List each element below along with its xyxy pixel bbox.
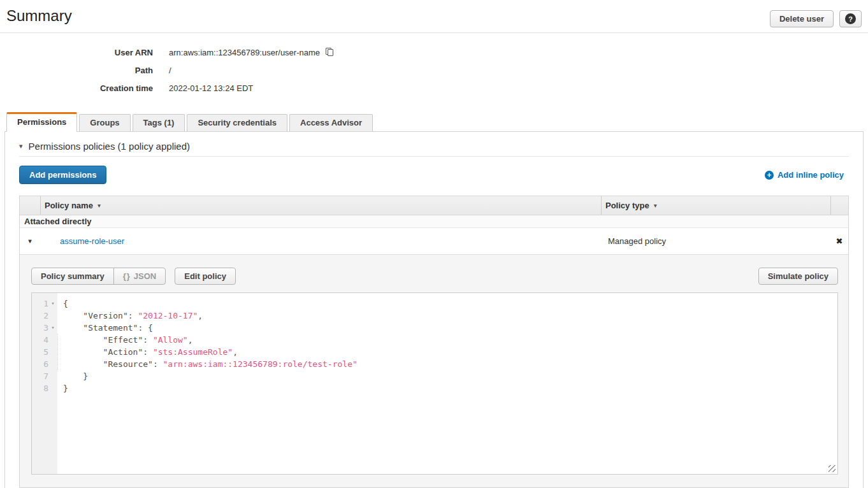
remove-column-header [830,196,848,215]
sort-caret-icon: ▾ [98,202,101,209]
permissions-actions: Add permissions + Add inline policy [19,166,849,184]
path-label: Path [0,66,153,75]
attached-directly-group-row: Attached directly [20,215,848,228]
permissions-tab-panel: ▾ Permissions policies (1 policy applied… [4,131,864,488]
path-value: / [169,66,171,75]
header-divider [0,32,868,33]
editor-code[interactable]: { "Version": "2012-10-17", "Statement": … [57,293,358,474]
creation-time-label: Creation time [0,83,153,93]
policy-name-link[interactable]: assume-role-user [40,236,601,246]
add-permissions-button[interactable]: Add permissions [19,166,106,184]
policy-type-cell: Managed policy [601,236,830,246]
edit-policy-button[interactable]: Edit policy [175,268,236,285]
policy-summary-button[interactable]: Policy summary [31,268,114,285]
help-button[interactable]: ? [839,10,862,27]
braces-icon: {} [123,271,131,281]
editor-line-numbers: 1▾ 2 3▾ 4 5 6 7 8 [32,293,57,474]
policy-name-column-header[interactable]: Policy name ▾ [40,196,601,215]
tab-groups[interactable]: Groups [79,114,130,131]
editor-resize-handle[interactable] [828,465,835,472]
indent-guide [57,334,58,370]
policy-table-row: ▾ assume-role-user Managed policy ✖ [20,228,848,255]
code-line: } [63,370,358,382]
code-line: "Action": "sts:AssumeRole", [63,346,358,358]
page-title: Summary [6,6,72,25]
policy-view-switch: Policy summary {} JSON [31,268,166,285]
code-line: "Version": "2012-10-17", [63,310,358,322]
copy-icon[interactable] [326,48,333,57]
code-line: } [63,382,358,394]
permissions-policies-section-toggle[interactable]: ▾ Permissions policies (1 policy applied… [19,141,849,152]
code-line: { [63,298,358,310]
tab-access-advisor[interactable]: Access Advisor [289,114,373,131]
policy-detail-panel: Policy summary {} JSON Edit policy Simul… [20,255,848,487]
code-line: "Statement": { [63,322,358,334]
permissions-policies-title: Permissions policies (1 policy applied) [29,141,190,152]
json-view-button[interactable]: {} JSON [113,268,166,285]
expander-column-header [20,196,40,215]
add-inline-policy-label: Add inline policy [778,170,844,180]
simulate-policy-button[interactable]: Simulate policy [758,268,838,285]
help-icon: ? [845,13,856,24]
tab-bar: Permissions Groups Tags (1) Security cre… [0,112,868,131]
delete-user-button[interactable]: Delete user [770,10,834,27]
policy-table: Policy name ▾ Policy type ▾ Attached dir… [19,196,849,488]
page-header: Summary Delete user ? [0,0,868,27]
tab-permissions[interactable]: Permissions [6,112,77,132]
fold-caret-icon[interactable]: ▾ [48,298,57,310]
tab-tags[interactable]: Tags (1) [133,114,185,131]
chevron-down-icon: ▾ [19,142,23,150]
user-arn-row: User ARN arn:aws:iam::123456789:user/use… [0,43,868,61]
section-divider [19,156,849,157]
code-line: "Effect": "Allow", [63,334,358,346]
add-inline-policy-link[interactable]: + Add inline policy [765,170,844,180]
code-line: "Resource": "arn:aws:iam::123456789:role… [63,358,358,370]
row-expander-caret-icon[interactable]: ▾ [20,237,40,245]
tab-security-credentials[interactable]: Security credentials [187,114,287,131]
policy-json-editor[interactable]: 1▾ 2 3▾ 4 5 6 7 8 { "Version": "2012-10-… [31,292,838,475]
creation-time-value: 2022-01-12 13:24 EDT [169,83,253,93]
remove-policy-icon[interactable]: ✖ [830,236,848,246]
user-arn-value: arn:aws:iam::123456789:user/user-name [169,48,320,57]
path-row: Path / [0,61,868,79]
policy-view-toolbar: Policy summary {} JSON Edit policy Simul… [31,268,838,285]
policy-type-column-header[interactable]: Policy type ▾ [601,196,830,215]
fold-caret-icon[interactable]: ▾ [48,322,57,334]
user-arn-label: User ARN [0,48,153,57]
plus-icon: + [765,171,774,180]
policy-table-header: Policy name ▾ Policy type ▾ [20,196,848,215]
creation-time-row: Creation time 2022-01-12 13:24 EDT [0,79,868,97]
sort-caret-icon: ▾ [654,202,657,209]
header-actions: Delete user ? [770,10,862,27]
user-details: User ARN arn:aws:iam::123456789:user/use… [0,43,868,97]
